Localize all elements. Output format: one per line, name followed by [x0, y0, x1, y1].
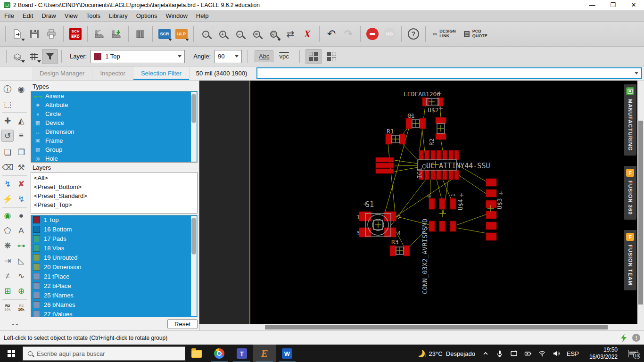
taskbar-chrome[interactable] — [208, 345, 231, 362]
start-button[interactable] — [0, 345, 23, 362]
type-item-group[interactable]: ▩Group — [31, 145, 197, 154]
mirror-tool[interactable]: ◭ — [15, 115, 27, 127]
name-display-tool[interactable]: R210k — [1, 302, 14, 314]
go-button[interactable]: GO — [381, 25, 398, 42]
stop-button[interactable] — [364, 25, 381, 42]
add-gate-tool[interactable]: ⊕ — [15, 285, 27, 297]
bend-tool[interactable]: ↯ — [15, 193, 27, 205]
switch-sch-brd-button[interactable]: SCHBRD — [67, 25, 84, 42]
layer-item-pads[interactable]: 17 Pads — [31, 234, 197, 244]
polygon-tool[interactable]: ⬠ — [1, 225, 14, 237]
close-button[interactable]: ✕ — [623, 0, 644, 10]
show-tool[interactable]: ◉ — [15, 83, 27, 95]
reset-button[interactable]: Reset — [167, 319, 198, 329]
taskbar-search[interactable]: Escribe aquí para buscar — [23, 346, 185, 361]
design-link-button[interactable]: ∞ DESIGN LINK — [429, 29, 460, 39]
move-tool[interactable]: ✚ — [1, 115, 14, 127]
layer-item-tnames[interactable]: 25 tNames — [31, 291, 197, 300]
minimize-button[interactable]: — — [582, 0, 603, 10]
swap-windows-button[interactable]: ⇄ — [282, 25, 299, 42]
save-button[interactable] — [26, 25, 43, 42]
layer-item-bnames[interactable]: 26 bNames — [31, 300, 197, 310]
angle-select[interactable]: 90 — [215, 50, 242, 63]
scr-button[interactable]: SCR — [156, 25, 173, 42]
type-item-frame[interactable]: ▣Frame — [31, 136, 197, 145]
zoom-redraw-button[interactable]: ◱ — [265, 25, 282, 42]
splitline-tool[interactable]: ≠ — [1, 270, 14, 282]
display-mode-1-button[interactable] — [305, 49, 322, 64]
type-item-circle[interactable]: ●Circle — [31, 109, 197, 118]
copy-tool[interactable]: ❏ — [1, 146, 14, 158]
miter-tool[interactable]: ◺ — [15, 255, 27, 267]
change-tool[interactable]: ⚒ — [15, 161, 27, 173]
zoom-select-button[interactable]: = — [248, 25, 265, 42]
add-part-tool[interactable]: ⊞ — [1, 285, 14, 297]
layer-item-bottom[interactable]: 16 Bottom — [31, 225, 197, 234]
type-item-device[interactable]: ▦Device — [31, 118, 197, 127]
tab-design-manager[interactable]: Design Manager — [32, 66, 92, 80]
redo-button[interactable]: ↷ — [340, 25, 357, 42]
manufacturing-button[interactable] — [91, 25, 108, 42]
delete-tool[interactable]: ⌫ — [1, 161, 14, 173]
type-item-hole[interactable]: ◎Hole — [31, 154, 197, 163]
layer-preset-item[interactable]: <Preset_Standard> — [31, 191, 197, 200]
tab-selection-filter[interactable]: Selection Filter — [133, 66, 190, 80]
taskbar-teams[interactable]: T — [231, 345, 253, 362]
group-select-tool[interactable]: ⬚ — [1, 98, 14, 110]
notification-center-button[interactable]: 10 — [625, 345, 644, 362]
grid-button[interactable] — [26, 49, 42, 64]
types-scrollbar[interactable] — [191, 92, 197, 162]
menu-edit[interactable]: Edit — [18, 11, 37, 21]
cancel-command-icon[interactable]: X — [299, 25, 316, 42]
layers-scrollbar[interactable] — [191, 216, 197, 317]
canvas-hscrollbar[interactable] — [199, 324, 644, 330]
tray-battery[interactable] — [521, 345, 535, 362]
type-item-attribute[interactable]: ⬥Attribute — [31, 100, 197, 109]
menu-help[interactable]: Help — [192, 11, 213, 21]
open-new-button[interactable] — [9, 25, 26, 42]
layer-preset-item[interactable]: <Preset_Bottom> — [31, 182, 197, 191]
circle-tool[interactable]: ● — [15, 210, 27, 222]
tray-tablet-mode[interactable] — [507, 345, 521, 362]
taskbar-eagle[interactable]: E — [253, 345, 276, 362]
zoom-in-button[interactable]: + — [214, 25, 231, 42]
tray-expand-button[interactable] — [479, 345, 493, 362]
print-button[interactable] — [43, 25, 60, 42]
ratsnest-tool[interactable]: ❋ — [1, 240, 14, 252]
taskbar-file-explorer[interactable] — [185, 345, 208, 362]
menu-view[interactable]: View — [60, 11, 82, 21]
layer-item-vias[interactable]: 18 Vias — [31, 244, 197, 253]
help-button[interactable]: ? — [405, 25, 422, 42]
rotate-tool[interactable]: ↺ — [1, 130, 14, 142]
canvas-vscrollbar[interactable] — [637, 81, 644, 324]
display-mode-2-button[interactable] — [323, 49, 339, 64]
text-tool[interactable]: A — [15, 225, 27, 237]
side-tab-fusion-team[interactable]: FFUSION TEAM — [624, 230, 636, 290]
command-input[interactable] — [257, 68, 635, 78]
tray-language[interactable]: ESP — [563, 345, 582, 362]
vpc-button[interactable]: vpc — [275, 51, 292, 62]
layer-preset-item[interactable]: <Preset_Top> — [31, 200, 197, 209]
airwire-tool[interactable]: ⊶ — [15, 240, 27, 252]
tray-clock[interactable]: 19:5016/03/2022 — [582, 345, 625, 362]
type-item-dimension[interactable]: ↔Dimension — [31, 127, 197, 136]
undo-button[interactable]: ↶ — [323, 25, 340, 42]
layer-item-top[interactable]: 1 Top — [31, 215, 197, 225]
zoom-out-button[interactable]: − — [231, 25, 248, 42]
menu-draw[interactable]: Draw — [37, 11, 60, 21]
board-canvas[interactable]: LEDFAB1206U$2C1R1R2UC_ATTINY44-SSUIC1S11… — [199, 81, 644, 330]
layer-item-dimension[interactable]: 20 Dimension — [31, 263, 197, 272]
zoom-fit-button[interactable]: ▫ — [197, 25, 214, 42]
taskbar-word[interactable]: W — [276, 345, 298, 362]
info-tool[interactable]: ⓘ — [1, 83, 14, 95]
route-tool[interactable]: ↯ — [1, 178, 14, 190]
type-item-airwire[interactable]: Airwire — [31, 91, 197, 100]
paste-tool[interactable]: ❐ — [15, 146, 27, 158]
side-tab-fusion-360[interactable]: FFUSION 360 — [624, 166, 636, 220]
selection-filter-button[interactable] — [42, 49, 58, 64]
pcb-quote-button[interactable]: PCB QUOTE — [460, 29, 491, 39]
layer-select[interactable]: 1 Top — [91, 50, 185, 63]
layer-settings-button[interactable] — [10, 49, 26, 64]
manufacturing-export-button[interactable] — [108, 25, 125, 42]
value-display-tool[interactable]: R210k — [15, 302, 27, 314]
